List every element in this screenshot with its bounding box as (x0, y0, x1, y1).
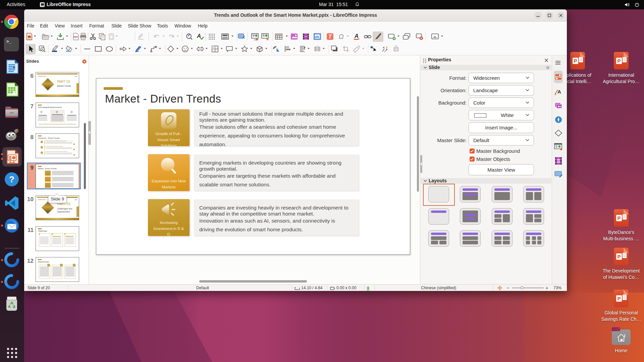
svg-text:A: A (354, 33, 359, 39)
svg-text:A: A (197, 33, 201, 39)
svg-text:?: ? (9, 174, 14, 184)
svg-text:PDF: PDF (74, 36, 78, 38)
svg-text:A: A (557, 89, 561, 95)
svg-text:Ω: Ω (338, 33, 343, 40)
svg-text:T: T (328, 34, 332, 40)
